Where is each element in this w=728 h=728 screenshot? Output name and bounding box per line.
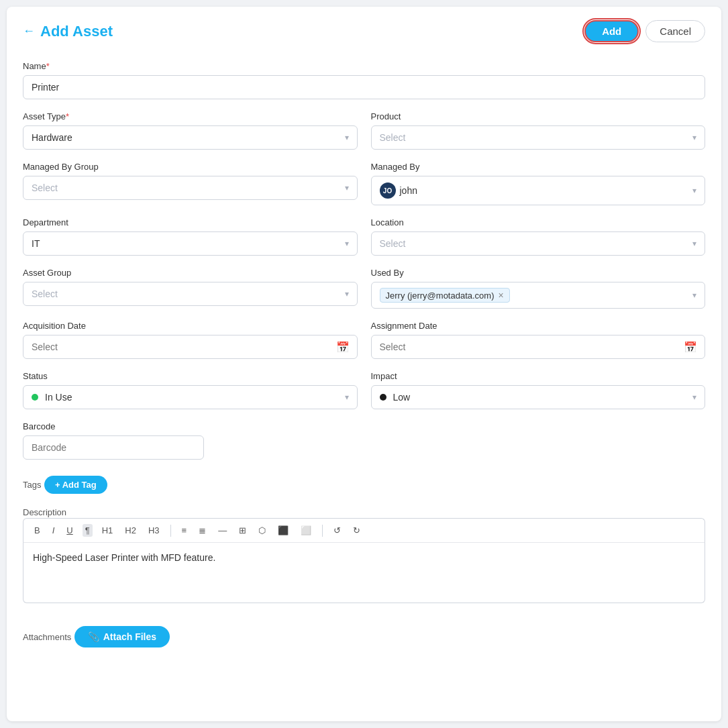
attachments-label: Attachments [23,632,71,642]
italic-button[interactable]: I [50,524,58,537]
header-left: ← Add Asset [23,23,113,40]
acquisition-calendar-icon[interactable]: 📅 [336,341,350,354]
department-chevron-icon: ▾ [345,239,349,248]
name-label: Name* [23,61,705,71]
dept-location-row: Department IT ▾ Location Select ▾ [23,217,705,256]
assignment-date-wrap: 📅 [371,335,706,359]
used-by-select[interactable]: Jerry (jerry@motadata.com) × ▾ [371,282,706,309]
header: ← Add Asset Add Cancel [23,20,705,42]
attach-files-icon: 📎 [88,631,99,642]
managed-by-group-chevron-icon: ▾ [345,183,349,193]
impact-group: Impact Low ▾ [371,371,706,409]
h3-button[interactable]: H3 [146,524,162,537]
asset-type-group: Asset Type* Hardware ▾ [23,111,358,150]
hr-button[interactable]: — [215,524,229,537]
page-container: ← Add Asset Add Cancel Name* Asset Type* [7,7,721,721]
department-select[interactable]: IT ▾ [23,231,358,256]
asset-type-label: Asset Type* [23,111,358,121]
impact-value-wrap: Low [380,392,411,403]
assignment-date-input[interactable] [371,335,706,359]
dates-row: Acquisition Date 📅 Assignment Date 📅 [23,321,705,359]
ordered-list-button[interactable]: ≣ [196,524,209,537]
add-tag-button[interactable]: + Add Tag [44,476,107,494]
status-impact-row: Status In Use ▾ Impact Low ▾ [23,371,705,409]
managed-row: Managed By Group Select ▾ Managed By JO … [23,162,705,205]
acquisition-date-label: Acquisition Date [23,321,358,331]
asset-type-value: Hardware [32,132,72,143]
status-chevron-icon: ▾ [345,393,349,402]
location-group: Location Select ▾ [371,217,706,256]
table-button[interactable]: ⊞ [236,524,249,537]
asset-group-group: Asset Group Select ▾ [23,268,358,309]
impact-chevron-icon: ▾ [692,393,696,402]
paragraph-button[interactable]: ¶ [83,524,93,537]
assignment-date-group: Assignment Date 📅 [371,321,706,359]
used-by-remove-icon[interactable]: × [499,290,504,301]
asset-type-select[interactable]: Hardware ▾ [23,125,358,150]
impact-dot-icon [380,394,386,401]
asset-group-used-by-row: Asset Group Select ▾ Used By Jerry (jerr… [23,268,705,309]
bold-button[interactable]: B [32,524,43,537]
product-group: Product Select ▾ [371,111,706,150]
link-button[interactable]: ⬡ [256,524,268,537]
form-section: Name* Asset Type* Hardware ▾ Product Sel… [23,61,705,647]
toolbar-divider-1 [170,525,171,537]
product-placeholder: Select [380,132,406,143]
product-label: Product [371,111,706,121]
product-chevron-icon: ▾ [692,133,696,142]
h2-button[interactable]: H2 [122,524,139,537]
tags-label: Tags [23,480,41,490]
attach-files-button[interactable]: 📎 Attach Files [74,626,170,647]
assignment-date-label: Assignment Date [371,321,706,331]
status-value: In Use [45,392,72,403]
acquisition-date-group: Acquisition Date 📅 [23,321,358,359]
managed-by-select[interactable]: JO john ▾ [371,176,706,205]
name-row: Name* [23,61,705,99]
managed-by-group: Managed By JO john ▾ [371,162,706,205]
department-group: Department IT ▾ [23,217,358,256]
description-text: High-Speed Laser Printer with MFD featur… [33,552,215,563]
editor-body[interactable]: High-Speed Laser Printer with MFD featur… [23,543,705,603]
asset-group-select[interactable]: Select ▾ [23,282,358,306]
editor-container: B I U ¶ H1 H2 H3 ≡ ≣ — ⊞ ⬡ ⬛ ⬜ ↺ [23,518,705,603]
used-by-chevron-icon: ▾ [692,291,696,300]
managed-by-group-group: Managed By Group Select ▾ [23,162,358,205]
h1-button[interactable]: H1 [99,524,116,537]
barcode-row: Barcode [23,421,705,460]
barcode-group: Barcode [23,421,705,460]
product-select[interactable]: Select ▾ [371,125,706,150]
status-label: Status [23,371,358,381]
barcode-label: Barcode [23,421,705,431]
avatar: JO [380,183,396,199]
impact-value: Low [393,392,411,403]
attachments-section: Attachments 📎 Attach Files [23,622,705,647]
attach-files-label: Attach Files [103,631,156,642]
assignment-calendar-icon[interactable]: 📅 [684,341,697,354]
page-title: Add Asset [40,23,113,40]
location-select[interactable]: Select ▾ [371,231,706,256]
image-button[interactable]: ⬜ [298,524,314,537]
embed-button[interactable]: ⬛ [275,524,291,537]
managed-by-group-placeholder: Select [32,183,58,193]
department-label: Department [23,217,358,227]
managed-by-group-select[interactable]: Select ▾ [23,176,358,200]
redo-button[interactable]: ↻ [350,524,363,537]
acquisition-date-wrap: 📅 [23,335,358,359]
acquisition-date-input[interactable] [23,335,358,359]
status-select[interactable]: In Use ▾ [23,385,358,409]
add-button[interactable]: Add [584,20,639,42]
back-arrow-icon[interactable]: ← [23,24,35,38]
used-by-label: Used By [371,268,706,278]
impact-select[interactable]: Low ▾ [371,385,706,409]
managed-by-group-label: Managed By Group [23,162,358,172]
name-input[interactable] [23,75,705,99]
undo-button[interactable]: ↺ [331,524,344,537]
barcode-input[interactable] [23,435,204,460]
underline-button[interactable]: U [64,524,75,537]
managed-by-value: john [400,185,417,196]
asset-type-chevron-icon: ▾ [345,133,349,142]
cancel-button[interactable]: Cancel [645,20,705,42]
asset-group-label: Asset Group [23,268,358,278]
bullet-list-button[interactable]: ≡ [179,524,190,537]
location-label: Location [371,217,706,227]
